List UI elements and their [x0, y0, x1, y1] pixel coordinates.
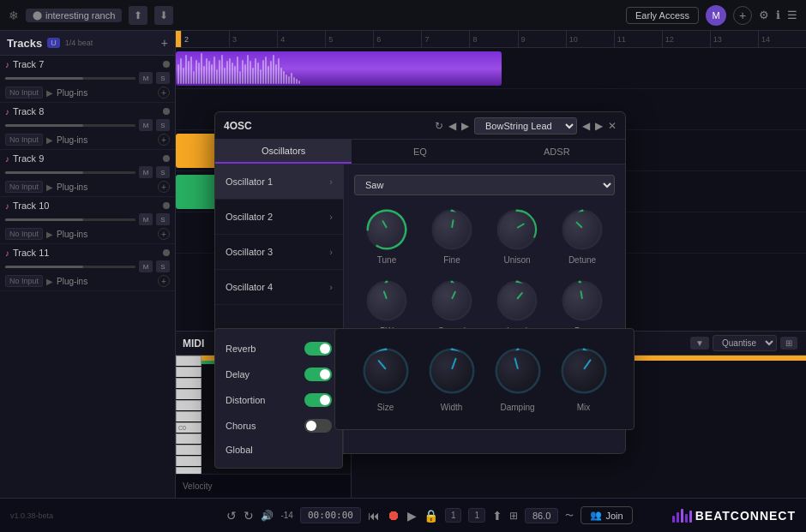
piano-key-white[interactable] [176, 411, 202, 421]
track-10-solo[interactable]: S [156, 213, 170, 225]
piano-key-white[interactable] [176, 400, 202, 410]
track-8-add[interactable]: + [158, 134, 170, 146]
track-7-block[interactable] [176, 51, 502, 86]
record-button[interactable]: ⏺ [387, 508, 400, 523]
track-9-block[interactable] [176, 134, 219, 168]
export-button[interactable]: ⬆ [492, 509, 502, 523]
unison-knob[interactable] [495, 207, 539, 252]
sync-icon: ⊞ [509, 510, 518, 522]
delay-toggle[interactable] [304, 368, 332, 381]
distortion-row: Distortion [215, 387, 342, 413]
detune-knob[interactable] [560, 207, 604, 252]
piano-key-white[interactable] [176, 456, 202, 466]
rewind-button[interactable]: ⏮ [368, 509, 380, 523]
track-11-add[interactable]: + [158, 275, 170, 287]
distortion-toggle[interactable] [304, 393, 332, 407]
piano-key-white[interactable] [176, 445, 202, 455]
add-track-button[interactable]: + [161, 36, 168, 50]
track-11-volume-slider[interactable] [5, 266, 135, 268]
avatar-button[interactable]: M [706, 5, 726, 26]
damping-knob-group: Damping [493, 346, 543, 412]
piano-key-white[interactable] [176, 467, 202, 474]
oscillator-4-item[interactable]: Oscillator 4 › [215, 270, 343, 305]
preset-select[interactable]: BowString Lead [474, 117, 577, 134]
plugin-close-button[interactable]: ✕ [608, 120, 617, 132]
plugin-refresh-button[interactable]: ↻ [435, 120, 443, 132]
piano-key-white[interactable] [176, 433, 202, 444]
track-11-plugins[interactable]: Plug-ins [57, 277, 87, 286]
download-button[interactable]: ⬇ [154, 6, 173, 25]
midi-select-button[interactable]: ▼ [690, 337, 709, 350]
track-9-solo[interactable]: S [156, 166, 170, 178]
track-7-add[interactable]: + [158, 87, 170, 99]
info-icon[interactable]: ℹ [776, 9, 780, 21]
play-button[interactable]: ▶ [407, 509, 417, 523]
piano-key-white[interactable] [176, 389, 202, 399]
oscillator-2-item[interactable]: Oscillator 2 › [215, 200, 343, 235]
track-11-mute[interactable]: M [139, 260, 153, 272]
beatconnect-logo: BEATCONNECT [672, 509, 796, 523]
track-8-mute[interactable]: M [139, 119, 153, 131]
track-8-volume-slider[interactable] [5, 124, 135, 127]
track-10-plugins[interactable]: Plug-ins [57, 230, 87, 239]
effects-panel: Reverb Delay Distortion Chorus Global [214, 328, 343, 469]
damping-knob[interactable] [493, 346, 543, 396]
track-8-solo[interactable]: S [156, 119, 170, 131]
settings-icon[interactable]: ⚙ [759, 9, 769, 21]
tab-eq[interactable]: EQ [352, 140, 488, 164]
undo-button[interactable]: ⬆ [129, 6, 147, 25]
undo-transport-button[interactable]: ↺ [226, 509, 237, 523]
width-knob[interactable] [427, 346, 477, 396]
join-button[interactable]: 👥 Join [580, 506, 632, 524]
loop-button[interactable]: 🔒 [424, 509, 438, 523]
track-11-solo[interactable]: S [156, 260, 170, 272]
track-9-add[interactable]: + [158, 181, 170, 193]
track-9-volume-slider[interactable] [5, 171, 135, 174]
track-7-plugins[interactable]: Plug-ins [57, 88, 87, 98]
track-9-plugins[interactable]: Plug-ins [57, 182, 87, 192]
quantise-select[interactable]: Quantise [713, 335, 777, 351]
plugin-next-preset[interactable]: ▶ [595, 120, 603, 132]
piano-key-white[interactable] [176, 378, 202, 388]
spread-knob[interactable] [430, 278, 474, 323]
track-10-block[interactable] [176, 175, 219, 209]
plugin-play-button[interactable]: ▶ [461, 120, 469, 132]
project-tab[interactable]: ⬤ interesting ranch [26, 9, 122, 22]
ruler-mark-8: 9 [518, 31, 566, 47]
track-10-mute[interactable]: M [139, 213, 153, 225]
tune-knob[interactable] [364, 207, 409, 252]
oscillator-3-item[interactable]: Oscillator 3 › [215, 235, 343, 270]
track-7-solo[interactable]: S [156, 72, 170, 84]
global-effects[interactable]: Global [215, 439, 342, 461]
pan-knob[interactable] [560, 278, 604, 323]
mix-knob[interactable] [559, 346, 609, 396]
plugin-prev-preset[interactable]: ◀ [582, 120, 590, 132]
reverb-toggle[interactable] [304, 342, 332, 356]
track-8-plugins[interactable]: Plug-ins [57, 135, 87, 145]
oscillator-1-label: Oscillator 1 [226, 176, 273, 187]
chorus-toggle[interactable] [304, 419, 332, 433]
size-knob[interactable] [361, 346, 411, 396]
oscillator-1-item[interactable]: Oscillator 1 › [215, 164, 343, 200]
redo-transport-button[interactable]: ↻ [244, 509, 254, 523]
piano-key-c0[interactable]: C0 [176, 422, 202, 433]
knob-row-1: Tune Fine [354, 207, 615, 265]
tab-oscillators[interactable]: Oscillators [215, 140, 352, 164]
early-access-button[interactable]: Early Access [626, 7, 699, 24]
midi-grid-button[interactable]: ⊞ [780, 337, 797, 350]
level-knob[interactable] [495, 278, 539, 323]
wave-select[interactable]: Saw Sine Square [354, 175, 615, 195]
add-button[interactable]: + [733, 6, 752, 25]
plugin-back-button[interactable]: ◀ [448, 120, 456, 132]
track-10-volume-slider[interactable] [5, 218, 135, 221]
menu-icon[interactable]: ☰ [787, 9, 797, 21]
track-7-volume-slider[interactable] [5, 77, 135, 80]
track-9-mute[interactable]: M [139, 166, 153, 178]
track-7-mute[interactable]: M [139, 72, 153, 84]
piano-key-white[interactable] [176, 367, 202, 377]
piano-key-white[interactable] [176, 356, 202, 366]
pw-knob[interactable] [364, 278, 409, 323]
tab-adsr[interactable]: ADSR [489, 140, 625, 164]
fine-knob[interactable] [430, 207, 474, 252]
track-10-add[interactable]: + [158, 228, 170, 240]
